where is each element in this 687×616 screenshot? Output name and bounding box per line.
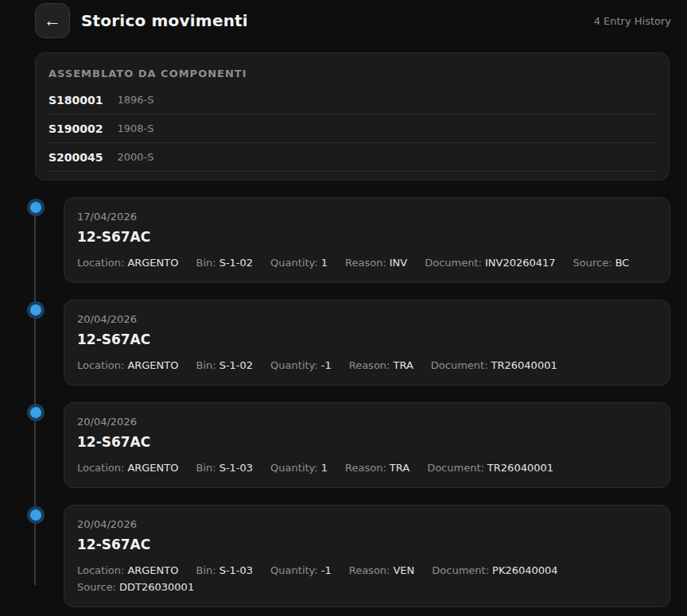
entry-details: Location:ARGENTO Bin:S-1-02 Quantity:-1 … [77,359,657,371]
entry-document: Document:INV20260417 [425,257,555,269]
component-variant: 1896-S [118,94,154,106]
entry-details: Location:ARGENTO Bin:S-1-03 Quantity:-1 … [77,564,657,593]
components-card-title: ASSEMBLATO DA COMPONENTI [49,68,656,79]
movement-timeline: 17/04/2026 12-S67AC Location:ARGENTO Bin… [35,197,670,607]
entry-date: 20/04/2026 [77,313,657,325]
location-value: ARGENTO [127,462,178,474]
component-row: S180001 1896-S [49,86,656,114]
component-serial: S200045 [49,151,103,164]
bin-label: Bin: [196,564,216,576]
timeline-dot-icon [30,202,41,213]
entry-location: Location:ARGENTO [77,257,179,269]
location-value: ARGENTO [127,564,178,576]
entry-reason: Reason:TRA [345,462,409,474]
bin-value: S-1-03 [219,462,253,474]
page-title: Storico movimenti [81,11,248,30]
reason-value: VEN [393,564,414,576]
component-serial: S190002 [49,122,103,135]
location-label: Location: [77,564,124,576]
entry-quantity: Quantity:1 [270,257,328,269]
quantity-label: Quantity: [270,359,318,371]
source-value: DDT26030001 [119,581,194,593]
reason-label: Reason: [345,462,386,474]
quantity-value: 1 [321,462,328,474]
timeline-dot-icon [30,304,41,316]
document-label: Document: [432,564,489,576]
entry-serial: 12-S67AC [77,537,657,552]
location-label: Location: [77,462,124,474]
quantity-value: 1 [321,257,328,269]
component-variant: 1908-S [118,122,154,134]
bin-label: Bin: [196,462,216,474]
entry-location: Location:ARGENTO [77,564,179,576]
entry-bin: Bin:S-1-03 [196,462,254,474]
entry-date: 17/04/2026 [77,211,657,223]
entry-location: Location:ARGENTO [77,462,179,474]
location-label: Location: [77,257,124,269]
document-value: TR26040001 [491,359,557,371]
entry-details: Location:ARGENTO Bin:S-1-02 Quantity:1 R… [77,257,657,269]
reason-value: TRA [393,359,413,371]
document-label: Document: [431,359,488,371]
reason-label: Reason: [349,359,390,371]
source-label: Source: [77,581,116,593]
entry-reason: Reason:VEN [349,564,415,576]
entry-date: 20/04/2026 [77,518,657,530]
assembled-components-card: ASSEMBLATO DA COMPONENTI S180001 1896-S … [35,52,670,180]
entry-history-count: 4 Entry History [594,15,671,27]
bin-value: S-1-02 [219,257,253,269]
component-serial: S180001 [49,94,103,107]
timeline-dot-icon [30,509,41,521]
movement-entry-card: 20/04/2026 12-S67AC Location:ARGENTO Bin… [64,300,670,385]
document-value: INV20260417 [485,257,556,269]
entry-bin: Bin:S-1-02 [196,359,254,371]
movement-entry-card: 20/04/2026 12-S67AC Location:ARGENTO Bin… [64,505,670,607]
header: ← Storico movimenti 4 Entry History [0,0,687,41]
entry-reason: Reason:INV [345,257,407,269]
entry-source: Source:DDT26030001 [77,581,194,593]
reason-label: Reason: [345,257,386,269]
component-variant: 2000-S [118,151,154,163]
entry-location: Location:ARGENTO [77,359,179,371]
location-value: ARGENTO [127,257,178,269]
back-arrow-icon: ← [44,5,61,37]
entry-quantity: Quantity:-1 [270,359,332,371]
entry-source: Source:BC [573,257,630,269]
location-label: Location: [77,359,124,371]
bin-value: S-1-02 [219,359,253,371]
entry-reason: Reason:TRA [349,359,413,371]
document-label: Document: [425,257,482,269]
quantity-value: -1 [321,564,332,576]
entry-date: 20/04/2026 [77,416,657,428]
entry-serial: 12-S67AC [77,229,657,245]
entry-document: Document:PK26040004 [432,564,557,576]
component-row: S200045 2000-S [49,143,656,172]
movement-entry-card: 17/04/2026 12-S67AC Location:ARGENTO Bin… [64,197,670,283]
entry-document: Document:TR26040001 [427,462,553,474]
quantity-label: Quantity: [270,564,318,576]
location-value: ARGENTO [127,359,178,371]
document-label: Document: [427,462,484,474]
bin-label: Bin: [196,257,216,269]
document-value: PK26040004 [492,564,558,576]
entry-quantity: Quantity:1 [270,462,328,474]
timeline-entries: 17/04/2026 12-S67AC Location:ARGENTO Bin… [64,197,670,607]
back-button[interactable]: ← [35,3,70,38]
timeline-dot-icon [30,407,41,418]
component-list: S180001 1896-S S190002 1908-S S200045 20… [49,86,656,172]
entry-document: Document:TR26040001 [431,359,557,371]
quantity-value: -1 [321,359,332,371]
entry-bin: Bin:S-1-02 [196,257,254,269]
entry-serial: 12-S67AC [77,331,657,347]
bin-label: Bin: [196,359,216,371]
quantity-label: Quantity: [270,462,318,474]
component-row: S190002 1908-S [49,114,656,143]
bin-value: S-1-03 [219,564,253,576]
movement-history-page: ← Storico movimenti 4 Entry History ASSE… [0,0,687,616]
entry-bin: Bin:S-1-03 [196,564,254,576]
source-label: Source: [573,257,612,269]
entry-details: Location:ARGENTO Bin:S-1-03 Quantity:1 R… [77,462,657,474]
movement-entry-card: 20/04/2026 12-S67AC Location:ARGENTO Bin… [64,402,670,488]
reason-label: Reason: [349,564,390,576]
entry-quantity: Quantity:-1 [270,564,332,576]
